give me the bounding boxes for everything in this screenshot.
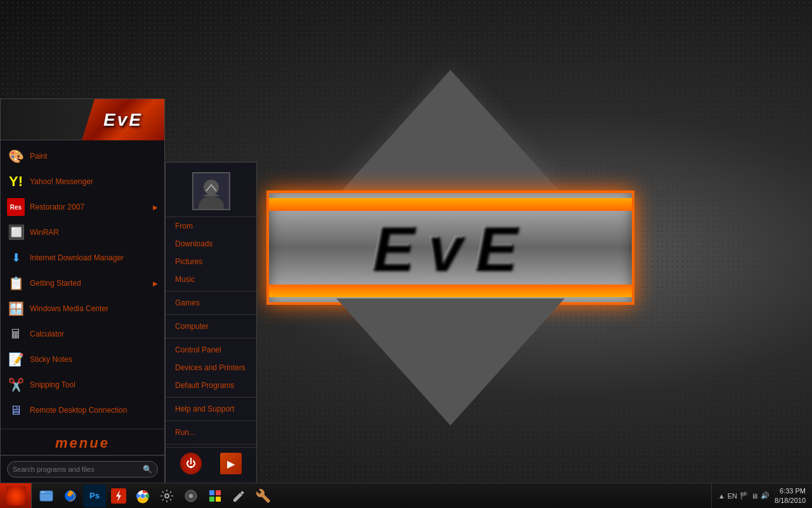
right-panel-divider-1 bbox=[166, 291, 256, 291]
snipping-label: Snipping Tool bbox=[30, 380, 75, 389]
menu-item-winrar[interactable]: 🔲 WinRAR bbox=[1, 220, 164, 245]
right-menu-from[interactable]: From bbox=[166, 217, 256, 235]
yahoo-label: Yahoo! Messenger bbox=[30, 177, 93, 186]
eve-logo-text: EvE bbox=[371, 211, 529, 284]
idm-icon: ⬇ bbox=[7, 249, 25, 267]
sticky-notes-icon: 📝 bbox=[7, 351, 25, 368]
start-menu-logo: EvE bbox=[82, 99, 164, 140]
svg-rect-16 bbox=[209, 490, 214, 495]
svg-point-11 bbox=[141, 493, 145, 498]
getting-started-icon: 📋 bbox=[7, 274, 25, 292]
tray-monitor: 🖥 bbox=[751, 492, 758, 500]
right-menu-default-programs[interactable]: Default Programs bbox=[166, 377, 256, 394]
menu-title: menue bbox=[1, 432, 164, 455]
menu-item-getting-started[interactable]: 📋 Getting Started ▶ bbox=[1, 271, 164, 296]
taskbar-tools1[interactable] bbox=[228, 485, 251, 507]
svg-point-12 bbox=[165, 494, 169, 498]
right-menu-pictures[interactable]: Pictures bbox=[166, 253, 256, 271]
svg-rect-18 bbox=[209, 497, 214, 502]
svg-point-5 bbox=[41, 491, 43, 493]
start-menu-footer: 🔍 bbox=[1, 455, 164, 483]
menu-footer-divider bbox=[1, 429, 164, 429]
right-menu-downloads[interactable]: Downloads bbox=[166, 235, 256, 253]
right-menu-help[interactable]: Help and Support bbox=[166, 400, 256, 418]
restorator-label: Restorator 2007 bbox=[30, 203, 84, 211]
menu-item-remote-desktop[interactable]: 🖥 Remote Desktop Connection bbox=[1, 398, 164, 423]
taskbar-explorer[interactable] bbox=[35, 485, 58, 507]
taskbar-tools2[interactable] bbox=[252, 485, 275, 507]
eve-center-box: EvE bbox=[266, 190, 634, 305]
tray-expand[interactable]: ▲ bbox=[718, 492, 725, 500]
yahoo-icon: Y! bbox=[7, 173, 25, 190]
svg-point-14 bbox=[189, 494, 193, 498]
menu-item-calculator[interactable]: 🖩 Calculator bbox=[1, 321, 164, 347]
right-panel-divider-5 bbox=[166, 420, 256, 421]
right-menu-devices[interactable]: Devices and Printers bbox=[166, 359, 256, 377]
power-button[interactable]: ⏻ bbox=[180, 453, 202, 474]
taskbar: Ps bbox=[0, 483, 812, 508]
right-panel-divider-4 bbox=[166, 397, 256, 398]
taskbar-firefox[interactable] bbox=[59, 485, 82, 507]
remote-desktop-label: Remote Desktop Connection bbox=[30, 406, 127, 415]
user-avatar bbox=[192, 172, 230, 210]
start-menu: EvE 🎨 Paint Y! Yahoo! Messenger Res Rest… bbox=[0, 98, 165, 483]
taskbar-flash[interactable] bbox=[107, 485, 130, 507]
taskbar-photoshop[interactable]: Ps bbox=[83, 485, 106, 507]
taskbar-disk[interactable] bbox=[180, 485, 202, 507]
right-panel-divider-6 bbox=[166, 444, 256, 444]
taskbar-apps: Ps bbox=[32, 483, 711, 508]
menu-item-wmc[interactable]: 🪟 Windows Media Center bbox=[1, 296, 164, 321]
paint-icon: 🎨 bbox=[7, 147, 25, 165]
calculator-label: Calculator bbox=[30, 330, 64, 338]
right-panel-bottom-buttons: ⏻ ▶ bbox=[166, 447, 256, 479]
tray-flag: 🏴 bbox=[740, 491, 749, 500]
user-avatar-area bbox=[166, 166, 256, 217]
taskbar-app8[interactable] bbox=[204, 485, 226, 507]
wmc-icon: 🪟 bbox=[7, 300, 25, 318]
wmc-label: Windows Media Center bbox=[30, 304, 108, 313]
shutdown-arrow-button[interactable]: ▶ bbox=[220, 453, 242, 474]
right-menu-control-panel[interactable]: Control Panel bbox=[166, 341, 256, 359]
menu-item-paint[interactable]: 🎨 Paint bbox=[1, 144, 164, 169]
clock-date: 8/18/2010 bbox=[775, 496, 806, 505]
taskbar-tray: ▲ EN 🏴 🖥 🔊 6:33 PM 8/18/2010 bbox=[711, 483, 812, 508]
menu-item-yahoo[interactable]: Y! Yahoo! Messenger bbox=[1, 169, 164, 194]
eve-diamond: EvE bbox=[260, 70, 641, 425]
right-menu-run[interactable]: Run... bbox=[166, 424, 256, 441]
start-menu-header: EvE bbox=[1, 99, 164, 140]
start-menu-eve-text: EvE bbox=[103, 110, 143, 130]
right-panel-divider-2 bbox=[166, 314, 256, 315]
start-button[interactable] bbox=[0, 483, 32, 509]
start-button-orb bbox=[6, 486, 25, 505]
tray-icons: ▲ EN 🏴 🖥 🔊 bbox=[718, 491, 769, 500]
menu-item-restorator[interactable]: Res Restorator 2007 ▶ bbox=[1, 194, 164, 220]
right-menu-music[interactable]: Music bbox=[166, 271, 256, 288]
restorator-icon: Res bbox=[7, 198, 25, 216]
getting-started-label: Getting Started bbox=[30, 279, 81, 288]
taskbar-chrome[interactable] bbox=[131, 485, 154, 507]
eve-logo-container: EvE bbox=[241, 64, 660, 432]
lang-indicator: EN bbox=[728, 492, 737, 500]
restorator-arrow: ▶ bbox=[153, 204, 158, 211]
svg-rect-4 bbox=[40, 493, 53, 494]
menu-item-snipping[interactable]: ✂️ Snipping Tool bbox=[1, 372, 164, 398]
start-menu-right-panel: From Downloads Pictures Music Games Comp… bbox=[165, 162, 257, 483]
svg-rect-19 bbox=[216, 497, 221, 502]
search-input[interactable] bbox=[13, 465, 140, 473]
right-panel-divider-3 bbox=[166, 338, 256, 338]
taskbar-clock[interactable]: 6:33 PM 8/18/2010 bbox=[775, 486, 806, 505]
search-box[interactable]: 🔍 bbox=[7, 461, 158, 478]
menu-item-idm[interactable]: ⬇ Internet Download Manager bbox=[1, 245, 164, 271]
right-menu-computer[interactable]: Computer bbox=[166, 318, 256, 335]
calculator-icon: 🖩 bbox=[7, 325, 25, 343]
svg-point-6 bbox=[43, 491, 44, 493]
menu-item-sticky-notes[interactable]: 📝 Sticky Notes bbox=[1, 347, 164, 372]
sticky-notes-label: Sticky Notes bbox=[30, 355, 72, 364]
getting-started-arrow: ▶ bbox=[153, 280, 158, 287]
remote-desktop-icon: 🖥 bbox=[7, 401, 25, 419]
taskbar-settings1[interactable] bbox=[155, 485, 178, 507]
right-menu-games[interactable]: Games bbox=[166, 294, 256, 312]
tray-volume[interactable]: 🔊 bbox=[761, 491, 769, 500]
idm-label: Internet Download Manager bbox=[30, 253, 124, 262]
search-icon[interactable]: 🔍 bbox=[143, 465, 152, 474]
